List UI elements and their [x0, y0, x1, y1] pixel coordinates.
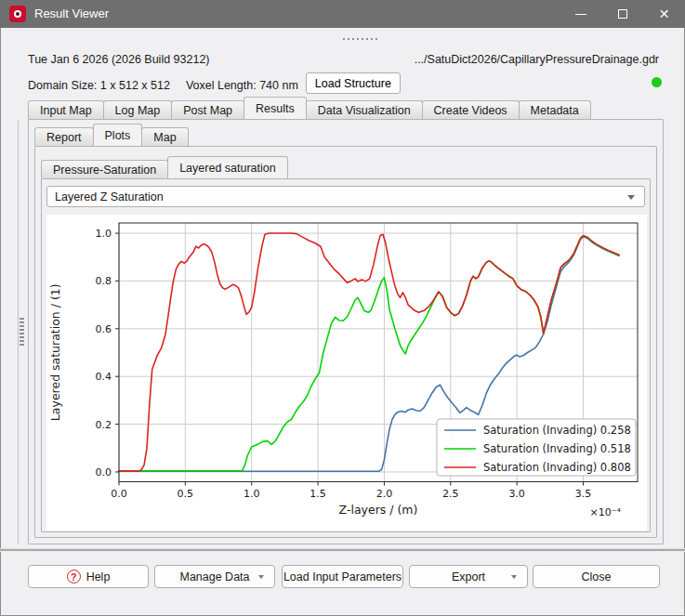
domain-size-value: 1 x 512 x 512: [100, 79, 170, 92]
load-structure-button[interactable]: Load Structure: [306, 72, 401, 94]
svg-text:2.5: 2.5: [442, 488, 459, 500]
footer-separator: [0, 548, 685, 551]
svg-text:0.6: 0.6: [96, 323, 112, 335]
svg-text:3.0: 3.0: [508, 488, 525, 500]
help-icon: ?: [67, 570, 81, 583]
svg-text:Saturation (Invading) 0.518: Saturation (Invading) 0.518: [483, 442, 631, 455]
svg-text:Layered saturation / (1): Layered saturation / (1): [48, 283, 62, 421]
tab-post-map[interactable]: Post Map: [171, 100, 244, 119]
domain-size-label: Domain Size:: [28, 79, 97, 92]
export-button[interactable]: Export: [409, 565, 528, 588]
left-splitter-line: [18, 121, 19, 544]
svg-text:1.0: 1.0: [96, 228, 112, 240]
tab-report[interactable]: Report: [34, 127, 94, 146]
svg-text:0.5: 0.5: [178, 488, 194, 500]
tab-create-videos[interactable]: Create Videos: [422, 100, 520, 119]
maximize-icon: [618, 9, 627, 19]
export-dropdown-icon: [511, 575, 517, 579]
svg-text:Saturation (Invading) 0.808: Saturation (Invading) 0.808: [483, 461, 631, 474]
close-button-label: Close: [582, 570, 612, 583]
tab-results[interactable]: Results: [244, 97, 307, 119]
results-subtab-bar: Report Plots Map: [34, 124, 188, 146]
svg-text:0.0: 0.0: [96, 466, 112, 478]
svg-text:0.2: 0.2: [96, 419, 112, 431]
close-button[interactable]: ✕: [643, 0, 685, 28]
svg-text:2.0: 2.0: [376, 488, 393, 500]
svg-text:1.0: 1.0: [244, 488, 260, 500]
plot-type-dropdown[interactable]: Layered Z Saturation: [46, 186, 645, 207]
toolbar-drag-handle[interactable]: [343, 38, 377, 40]
status-indicator-dot: [652, 77, 662, 87]
tab-log-map[interactable]: Log Map: [103, 100, 173, 119]
chevron-down-icon: [627, 195, 635, 200]
tab-metadata[interactable]: Metadata: [519, 100, 591, 119]
plot-type-dropdown-value: Layered Z Saturation: [55, 190, 164, 203]
svg-text:1.5: 1.5: [310, 488, 326, 500]
voxel-length-value: 740 nm: [259, 79, 298, 92]
manage-data-dropdown-icon: [258, 575, 264, 579]
svg-text:0.4: 0.4: [96, 371, 112, 383]
title-bar[interactable]: Result Viewer ✕: [0, 0, 685, 28]
tab-layered-saturation[interactable]: Layered saturation: [167, 156, 288, 178]
export-button-label: Export: [452, 570, 485, 583]
voxel-length-label: Voxel Length:: [186, 79, 257, 92]
svg-text:Z-layers / (m): Z-layers / (m): [339, 503, 418, 517]
svg-text:3.5: 3.5: [575, 488, 592, 500]
minimize-button[interactable]: [560, 0, 601, 28]
tab-data-visualization[interactable]: Data Visualization: [306, 100, 423, 119]
result-viewer-window: { "window": { "title": "Result Viewer" }…: [0, 0, 685, 616]
window-title: Result Viewer: [34, 7, 109, 20]
minimize-icon: [575, 14, 586, 15]
load-input-parameters-button[interactable]: Load Input Parameters: [282, 565, 403, 588]
main-tab-bar: Input Map Log Map Post Map Results Data …: [28, 97, 590, 119]
help-button-label: Help: [86, 570, 111, 583]
app-icon: [9, 6, 26, 22]
svg-text:0.0: 0.0: [111, 488, 127, 500]
tab-pressure-saturation[interactable]: Pressure-Saturation: [41, 160, 168, 178]
chart-plot-area[interactable]: 0.00.51.01.52.02.53.03.50.00.20.40.60.81…: [46, 215, 647, 531]
maximize-button[interactable]: [601, 0, 643, 28]
help-button[interactable]: ? Help: [28, 565, 149, 588]
svg-text:0.8: 0.8: [96, 275, 112, 287]
svg-text:Saturation (Invading) 0.258: Saturation (Invading) 0.258: [483, 424, 631, 437]
plot-tab-bar: Pressure-Saturation Layered saturation: [41, 156, 287, 178]
result-file-path: .../SatuDict2026/CapillaryPressureDraina…: [415, 53, 659, 66]
tab-input-map[interactable]: Input Map: [28, 100, 104, 119]
svg-text:×10⁻⁴: ×10⁻⁴: [590, 506, 622, 518]
manage-data-label: Manage Data: [179, 570, 249, 583]
close-dialog-button[interactable]: Close: [533, 565, 660, 588]
tab-plots[interactable]: Plots: [93, 124, 143, 146]
left-splitter-handle[interactable]: [20, 318, 24, 346]
build-date-label: Tue Jan 6 2026 (2026 Build 93212): [28, 53, 210, 66]
load-input-parameters-label: Load Input Parameters: [283, 570, 402, 583]
manage-data-button[interactable]: Manage Data: [154, 565, 275, 588]
close-icon: ✕: [659, 7, 670, 21]
tab-map[interactable]: Map: [141, 127, 188, 146]
